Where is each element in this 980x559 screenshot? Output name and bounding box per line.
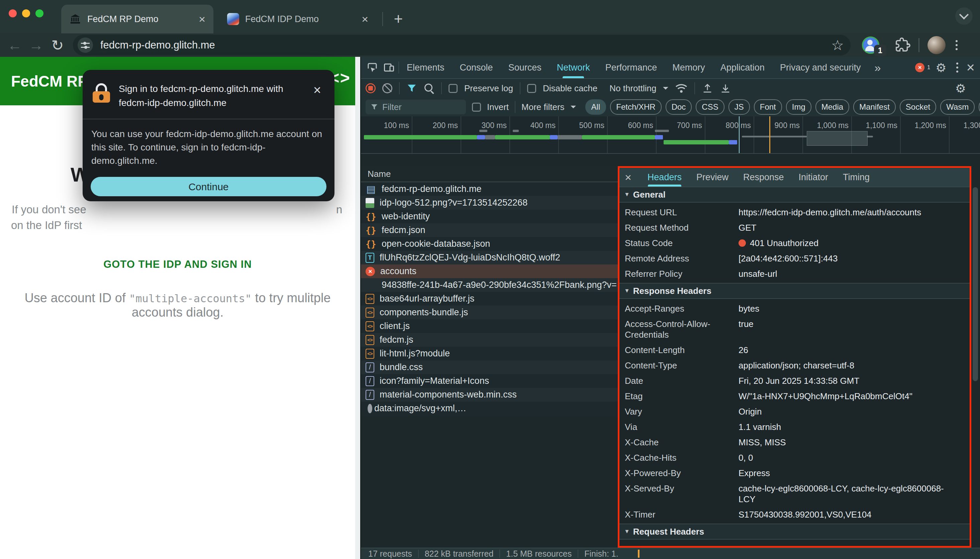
inspect-element-icon[interactable]	[366, 61, 378, 74]
request-row-base64url-arraybuffer-js[interactable]: <>base64url-arraybuffer.js	[361, 292, 618, 306]
close-details-icon[interactable]: ×	[625, 172, 631, 183]
browser-tab-idp-demo[interactable]: FedCM IDP Demo ×	[219, 5, 376, 33]
devtools-tab-privacy-and-security[interactable]: Privacy and security	[780, 57, 861, 78]
section-header-general[interactable]: ▼General	[619, 187, 970, 203]
filter-pill-wasm[interactable]: Wasm	[940, 99, 975, 115]
devtools-tab-memory[interactable]: Memory	[672, 57, 705, 78]
details-tab-initiator[interactable]: Initiator	[799, 168, 828, 187]
network-settings-icon[interactable]: ⚙	[955, 81, 966, 95]
requests-name-column-header[interactable]: Name	[361, 166, 618, 182]
filter-input[interactable]: Filter	[366, 100, 466, 114]
forward-button[interactable]: →	[25, 37, 47, 53]
section-header-response-headers[interactable]: ▼Response Headers	[619, 283, 970, 299]
address-bar[interactable]: fedcm-rp-demo.glitch.me ☆	[73, 35, 851, 56]
maximize-window-button[interactable]	[35, 9, 43, 17]
extensions-puzzle-icon[interactable]	[895, 38, 910, 53]
close-window-button[interactable]	[9, 9, 17, 17]
request-row-fedcm-js[interactable]: <>fedcm.js	[361, 333, 618, 347]
filter-pill-all[interactable]: All	[585, 99, 606, 115]
disable-cache-checkbox[interactable]	[527, 84, 536, 93]
request-row-material-components-web-[interactable]: /material-components-web.min.css	[361, 388, 618, 402]
request-row-94838ffe-241b-4a67-a9e0-[interactable]: 94838ffe-241b-4a67-a9e0-290bfe34c351%2Fb…	[361, 278, 618, 292]
new-tab-button[interactable]: +	[390, 10, 407, 27]
details-tab-headers[interactable]: Headers	[647, 168, 682, 187]
devtools-tab-elements[interactable]: Elements	[407, 57, 445, 78]
details-tab-response[interactable]: Response	[743, 168, 784, 187]
page-scrollbar[interactable]	[355, 57, 360, 559]
more-tabs-icon[interactable]: »	[875, 61, 881, 74]
devtools-tab-network[interactable]: Network	[557, 57, 590, 78]
error-badge[interactable]: ×1	[915, 63, 930, 72]
filter-pill-doc[interactable]: Doc	[665, 99, 692, 115]
devtools-menu-icon[interactable]	[956, 63, 958, 73]
invert-checkbox[interactable]	[472, 103, 481, 112]
filter-pill-css[interactable]: CSS	[696, 99, 724, 115]
js-file-icon: <>	[366, 349, 374, 359]
back-button[interactable]: ←	[4, 37, 25, 53]
filter-pill-media[interactable]: Media	[815, 99, 849, 115]
profile-avatar[interactable]	[927, 36, 945, 54]
clear-network-log-icon[interactable]	[382, 83, 392, 93]
devtools-scrollbar[interactable]	[973, 187, 978, 381]
request-row-open-cookie-database-jso[interactable]: {}open-cookie-database.json	[361, 237, 618, 251]
header-value: 1.1 varnish	[738, 422, 953, 432]
goto-idp-link[interactable]: GOTO THE IDP AND SIGN IN	[0, 258, 355, 270]
details-tab-preview[interactable]: Preview	[696, 168, 728, 187]
tab-close-icon[interactable]: ×	[362, 13, 368, 25]
preserve-log-checkbox[interactable]	[449, 84, 458, 93]
request-row-components-bundle-js[interactable]: <>components-bundle.js	[361, 306, 618, 319]
devtools-settings-icon[interactable]: ⚙	[935, 61, 946, 74]
devtools-tab-performance[interactable]: Performance	[605, 57, 657, 78]
waterfall-bar	[558, 135, 582, 139]
request-row-web-identity[interactable]: {}web-identity	[361, 210, 618, 223]
filter-pill-socket[interactable]: Socket	[900, 99, 936, 115]
details-tab-timing[interactable]: Timing	[843, 168, 870, 187]
filter-pill-fetch-xhr[interactable]: Fetch/XHR	[610, 99, 661, 115]
browser-tab-rp-demo[interactable]: FedCM RP Demo ×	[61, 5, 214, 33]
devtools-close-icon[interactable]: ×	[966, 60, 975, 76]
request-name: data:image/svg+xml,…	[374, 403, 466, 413]
more-filters-button[interactable]: More filters	[521, 102, 564, 112]
tab-close-icon[interactable]: ×	[199, 13, 205, 25]
request-row-fluhrq6tzzclqej-vdg-luia[interactable]: TflUhRq6tzZclQEJ-Vdg-luiaDsNcIhQ8tQ.woff…	[361, 251, 618, 265]
device-toolbar-icon[interactable]	[383, 61, 395, 74]
import-har-icon[interactable]	[702, 83, 713, 94]
network-conditions-icon[interactable]	[675, 83, 688, 94]
request-row-fedcm-rp-demo-glitch-me[interactable]: ▤fedcm-rp-demo.glitch.me	[361, 182, 618, 196]
header-row: Status Code401 Unauthorized	[619, 235, 970, 251]
dialog-close-icon[interactable]: ×	[310, 82, 324, 98]
site-info-icon[interactable]	[78, 38, 93, 53]
record-network-log-icon[interactable]	[366, 83, 376, 93]
network-overview-timeline[interactable]: 100 ms200 ms300 ms400 ms500 ms600 ms700 …	[361, 116, 980, 154]
request-row-accounts[interactable]: ×accounts	[361, 265, 618, 278]
request-row-bundle-css[interactable]: /bundle.css	[361, 361, 618, 374]
reload-button[interactable]: ↻	[47, 37, 68, 54]
filter-pill-other[interactable]: Other	[979, 99, 980, 115]
filter-pill-manifest[interactable]: Manifest	[853, 99, 896, 115]
ruler-gridline	[900, 116, 901, 154]
throttling-select[interactable]: No throttling	[609, 83, 656, 94]
request-row-icon-family-material-ico[interactable]: /icon?family=Material+Icons	[361, 374, 618, 388]
tab-search-button[interactable]	[955, 7, 973, 25]
request-row-idp-logo-512-png-v-17135[interactable]: idp-logo-512.png?v=1713514252268	[361, 196, 618, 210]
section-header-request-headers[interactable]: ▼Request Headers	[619, 524, 970, 539]
search-icon[interactable]	[424, 83, 434, 94]
devtools-tab-application[interactable]: Application	[720, 57, 765, 78]
export-har-icon[interactable]	[720, 83, 731, 94]
timeline-selected-region[interactable]	[807, 131, 867, 146]
filter-pill-img[interactable]: Img	[786, 99, 811, 115]
filter-icon[interactable]	[406, 83, 417, 94]
request-row-client-js[interactable]: <>client.js	[361, 319, 618, 333]
filter-pill-font[interactable]: Font	[754, 99, 782, 115]
request-row-lit-html-js-module[interactable]: <>lit-html.js?module	[361, 347, 618, 361]
devtools-tab-console[interactable]: Console	[460, 57, 493, 78]
minimize-window-button[interactable]	[22, 9, 30, 17]
continue-button[interactable]: Continue	[91, 177, 326, 196]
devtools-tab-sources[interactable]: Sources	[508, 57, 541, 78]
request-row-data-image-svg-xml-[interactable]: data:image/svg+xml,…	[361, 402, 618, 415]
browser-menu-icon[interactable]	[955, 40, 958, 50]
request-row-fedcm-json[interactable]: {}fedcm.json	[361, 223, 618, 237]
header-row: Content-Length26	[619, 342, 970, 358]
bookmark-star-icon[interactable]: ☆	[831, 37, 844, 53]
filter-pill-js[interactable]: JS	[728, 99, 750, 115]
